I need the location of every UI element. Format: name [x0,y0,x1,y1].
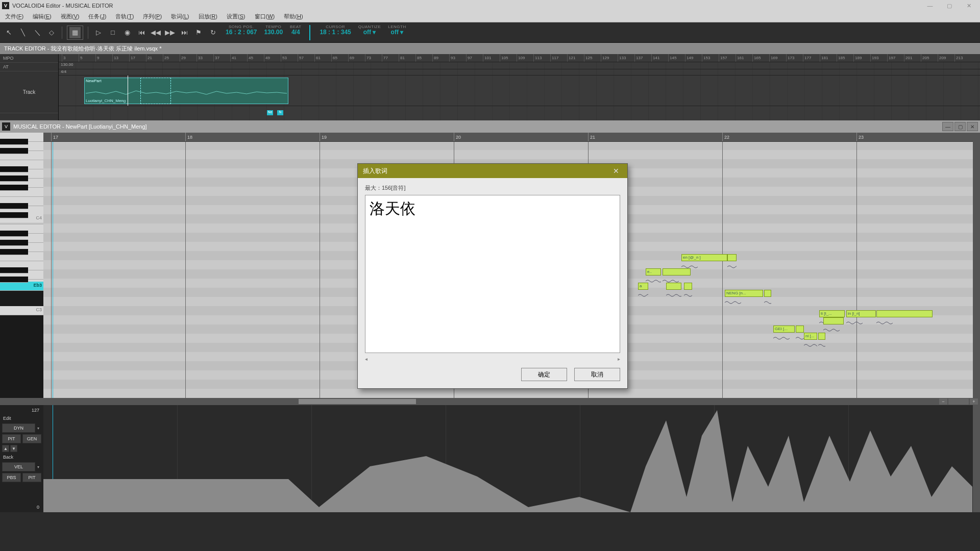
piano-black-key[interactable] [0,139,28,145]
menu-w[interactable]: 窗口(W) [253,12,277,21]
track-name[interactable]: Track [0,71,58,113]
timeline-ruler[interactable]: 3591317212529333741454953576165697377818… [59,54,980,62]
piano-black-key[interactable] [0,277,28,283]
note[interactable] [818,333,825,340]
scroll-right-icon[interactable]: ▸ [618,356,620,362]
quantize-value[interactable]: off ▾ [363,29,376,36]
me-maximize[interactable]: ▢ [954,122,966,131]
zoom-in[interactable]: + [970,398,978,405]
param-dyn[interactable]: DYN [2,423,35,433]
menu-p[interactable]: 序列(P) [141,12,164,21]
note[interactable]: NENG [n... [725,290,763,297]
piano-black-key[interactable] [0,267,28,273]
pencil-tool[interactable]: ╲ [17,27,29,38]
note[interactable] [727,254,737,261]
roll-ruler[interactable]: 17181920212223 [43,133,973,142]
maximize-button[interactable]: ▢ [940,1,959,10]
piano-black-key[interactable] [0,203,28,209]
param-up[interactable]: ▲ [2,445,9,452]
minimize-button[interactable]: — [921,1,939,10]
part-clip[interactable]: NewPart Luotianyi_CHN_Meng [84,78,288,104]
roll-playhead[interactable] [53,142,53,398]
forward-end-button[interactable]: ⏭ [179,27,190,38]
close-button[interactable]: ✕ [960,1,978,10]
chevron-down-icon[interactable]: ▾ [35,426,41,431]
roll-scrollbar-v[interactable] [973,133,980,398]
songpos-value[interactable]: 16 : 2 : 067 [226,29,257,36]
scrollbar-thumb[interactable] [299,399,416,404]
menu-f[interactable]: 文件(F) [3,12,26,21]
piano-black-key[interactable] [0,231,28,237]
scroll-left-icon[interactable]: ◂ [365,356,368,362]
note[interactable] [876,310,933,317]
note[interactable]: ni [... [804,333,817,340]
beat-value[interactable]: 4/4 [291,29,300,36]
rewind-start-button[interactable]: ⏮ [136,27,147,38]
menu-e[interactable]: 编辑(E) [31,12,54,21]
note[interactable] [764,290,771,297]
play-button[interactable]: ▷ [93,27,104,38]
note[interactable]: ti [t_... [819,310,845,317]
note[interactable]: a [638,283,648,290]
note[interactable] [663,268,691,276]
piano-keyboard[interactable]: C4C3Eb3 [0,133,43,398]
zoom-slider[interactable] [948,398,969,405]
grid-toggle[interactable]: ▦ [69,27,81,38]
zoom-out[interactable]: − [939,398,947,405]
param-pit[interactable]: PIT [2,434,21,443]
menu-h[interactable]: 帮助(H) [282,12,305,21]
me-close[interactable]: ✕ [967,122,978,131]
record-button[interactable]: ◉ [121,27,133,38]
param-gen[interactable]: GEN [22,434,41,443]
key-highlighted[interactable]: Eb3 [0,282,43,291]
dialog-titlebar[interactable]: 插入歌词 ✕ [358,164,627,178]
menu-t[interactable]: 音轨(T) [113,12,136,21]
loop-button[interactable]: ↻ [207,27,218,38]
flag-marker[interactable]: N [277,110,283,115]
note[interactable] [796,325,804,333]
line-tool[interactable]: ＼ [32,27,43,38]
chevron-down-icon[interactable]: ▾ [35,465,41,469]
stop-button[interactable]: □ [107,27,118,38]
note[interactable]: e.. [646,268,661,276]
param-pit2[interactable]: PIT [22,473,41,482]
key-c3[interactable]: C3 [0,306,43,315]
menu-s[interactable]: 设置(S) [225,12,248,21]
piano-black-key[interactable] [0,212,28,218]
eraser-tool[interactable]: ◇ [46,27,57,38]
menu-j[interactable]: 任务(J) [86,12,108,21]
note[interactable]: GEI [... [773,325,795,333]
track-timeline[interactable]: 3591317212529333741454953576165697377818… [59,54,980,120]
piano-black-key[interactable] [0,166,28,172]
pointer-tool[interactable]: ↖ [3,27,14,38]
piano-black-key[interactable] [0,249,28,255]
marker-button[interactable]: ⚑ [193,27,204,38]
param-vel[interactable]: VEL [2,462,35,471]
note[interactable] [666,283,681,290]
param-scrollbar-v[interactable] [973,405,980,512]
me-minimize[interactable]: — [942,122,953,131]
param-graph[interactable] [43,405,973,512]
flag-marker[interactable]: Ne [267,110,273,115]
ok-button[interactable]: 确定 [521,368,567,381]
menu-r[interactable]: 回放(R) [197,12,219,21]
piano-black-key[interactable] [0,176,28,182]
roll-scrollbar-h[interactable]: − + [0,398,980,405]
lyrics-textarea[interactable] [365,195,620,353]
note[interactable]: en [@_n ] [681,254,727,261]
menu-l[interactable]: 歌词(L) [169,12,191,21]
cancel-button[interactable]: 取消 [574,368,620,381]
note[interactable] [823,317,844,324]
menu-v[interactable]: 视图(V) [59,12,82,21]
param-pbs[interactable]: PBS [2,473,21,482]
piano-black-key[interactable] [0,185,28,191]
tempo-value[interactable]: 130.00 [264,29,283,36]
forward-button[interactable]: ▶▶ [164,27,176,38]
dialog-close-button[interactable]: ✕ [610,166,622,176]
length-value[interactable]: off ▾ [391,29,404,36]
piano-black-key[interactable] [0,148,28,154]
param-down[interactable]: ▼ [10,445,17,452]
note[interactable] [684,283,692,290]
note[interactable]: in [i_n] [846,310,876,317]
track-lane[interactable]: NewPart Luotianyi_CHN_Meng [59,76,980,106]
